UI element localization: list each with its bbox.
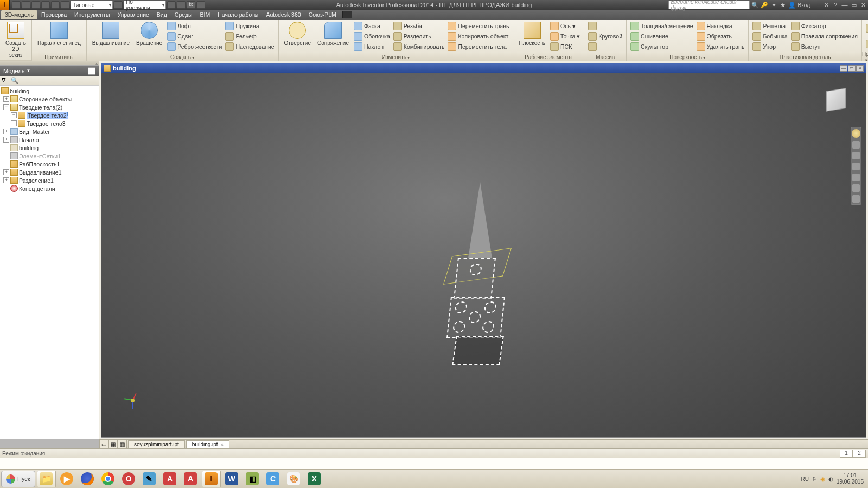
- view-cascade-icon[interactable]: ▥: [118, 440, 127, 448]
- login-label[interactable]: Вход: [797, 2, 810, 8]
- chamfer-button[interactable]: Фаска: [352, 21, 392, 31]
- box-button[interactable]: Параллелепипед: [34, 21, 84, 47]
- tree-endofpart[interactable]: Конец детали: [0, 184, 99, 192]
- doc-minimize-icon[interactable]: —: [840, 65, 847, 72]
- doc-tab-building[interactable]: building.ipt×: [186, 440, 229, 448]
- taskbar-inventor[interactable]: I: [202, 471, 221, 487]
- view-tile-icon[interactable]: ▦: [108, 440, 118, 448]
- tab-manage[interactable]: Управление: [113, 10, 152, 19]
- collapse-icon[interactable]: −: [3, 104, 9, 110]
- point-button[interactable]: Точка ▾: [548, 31, 582, 41]
- key-icon[interactable]: 🔑: [761, 1, 768, 9]
- fillet-button[interactable]: Сопряжение: [314, 21, 352, 47]
- tab-environments[interactable]: Среды: [171, 10, 196, 19]
- movebodies-button[interactable]: Переместить тела: [446, 42, 510, 52]
- star-icon[interactable]: ★: [779, 1, 787, 9]
- combine-button[interactable]: Комбинировать: [392, 42, 446, 52]
- taskbar-excel[interactable]: X: [305, 471, 324, 487]
- browser-header[interactable]: Модель▼: [0, 66, 99, 76]
- start-button[interactable]: Пуск: [1, 471, 35, 487]
- qat-save-icon[interactable]: [31, 1, 40, 9]
- pattern-rect-button[interactable]: [586, 21, 624, 31]
- sculpt-button[interactable]: Скульптор: [629, 42, 695, 52]
- lip-button[interactable]: Выступ: [789, 42, 859, 52]
- taskbar-explorer[interactable]: 📁: [37, 471, 56, 487]
- tab-inspect[interactable]: Проверка: [37, 10, 71, 19]
- tree-thirdparty[interactable]: +Сторонние объекты: [0, 95, 99, 103]
- tab-view[interactable]: Вид: [153, 10, 171, 19]
- expand-icon[interactable]: +: [3, 129, 9, 134]
- expand-icon[interactable]: +: [11, 112, 17, 118]
- rest-button[interactable]: Упор: [751, 42, 789, 52]
- appearance-combo[interactable]: По умолчани: [124, 1, 166, 9]
- expand-icon[interactable]: +: [3, 137, 9, 143]
- taskbar-paint[interactable]: 🎨: [284, 471, 303, 487]
- harness2-button[interactable]: [864, 39, 868, 49]
- thicken-button[interactable]: Толщина/смещение: [629, 21, 695, 31]
- help-search-input[interactable]: Введите ключевое слово/фразу: [668, 1, 750, 9]
- nav-more2-icon[interactable]: [852, 195, 860, 203]
- tree-origin[interactable]: +Начало: [0, 136, 99, 144]
- group-label-surface[interactable]: Поверхность: [627, 53, 748, 61]
- tree-solid3[interactable]: +Твердое тело3: [0, 119, 99, 127]
- qat-undo-icon[interactable]: [41, 1, 50, 9]
- revolve-button[interactable]: Вращение: [133, 21, 165, 47]
- expand-icon[interactable]: +: [3, 96, 9, 102]
- expand-icon[interactable]: +: [3, 169, 9, 175]
- clock[interactable]: 17:01 19.06.2015: [837, 472, 864, 485]
- qat-select-icon[interactable]: [61, 1, 69, 9]
- grill-button[interactable]: Решетка: [751, 21, 789, 31]
- user-icon[interactable]: 👤: [788, 1, 796, 9]
- derive-button[interactable]: Наследование: [224, 42, 276, 52]
- taskbar-acrobat[interactable]: A: [181, 471, 200, 487]
- browser-options-icon[interactable]: [88, 67, 95, 75]
- tree-mesh[interactable]: ЭлементСетки1: [0, 152, 99, 160]
- orbit-icon[interactable]: [852, 163, 860, 170]
- status-page-1[interactable]: 1: [840, 450, 853, 458]
- taskbar-opera[interactable]: O: [119, 471, 138, 487]
- taskbar-firefox[interactable]: [78, 471, 97, 487]
- pan-icon[interactable]: [852, 141, 860, 149]
- deleteface-button[interactable]: Удалить грань: [695, 42, 746, 52]
- copyobject-button[interactable]: Копировать объект: [446, 31, 510, 41]
- doc-tab-soyuz[interactable]: soyuzplminipart.ipt: [128, 440, 185, 448]
- tab-tools[interactable]: Инструменты: [71, 10, 113, 19]
- ucs-button[interactable]: ПСК: [548, 42, 582, 52]
- qat-misc2-icon[interactable]: [177, 1, 186, 9]
- coil-button[interactable]: Пружина: [224, 21, 276, 31]
- taskbar-app1[interactable]: ✎: [140, 471, 159, 487]
- zoom-icon[interactable]: [852, 152, 860, 159]
- tray-sound-icon[interactable]: ◉: [820, 476, 825, 482]
- extrude-button[interactable]: Выдавливание: [89, 21, 133, 47]
- find-icon[interactable]: 🔍: [11, 77, 18, 85]
- plane-button[interactable]: Плоскость: [515, 21, 548, 47]
- trim-button[interactable]: Обрезать: [695, 31, 746, 41]
- split-button[interactable]: Разделить: [392, 31, 446, 41]
- app-logo[interactable]: I: [0, 0, 10, 10]
- window-close-icon[interactable]: ✕: [859, 1, 867, 9]
- lookat-icon[interactable]: [852, 174, 860, 181]
- expand-icon[interactable]: +: [3, 177, 9, 183]
- hole-button[interactable]: Отверстие: [281, 21, 314, 47]
- window-minimize-icon[interactable]: —: [841, 1, 848, 9]
- taskbar-word[interactable]: W: [222, 471, 241, 487]
- rulefillet-button[interactable]: Правила сопряжения: [789, 31, 859, 41]
- qat-open-icon[interactable]: [22, 1, 30, 9]
- expand-icon[interactable]: +: [11, 120, 17, 126]
- qat-appearance-icon[interactable]: [114, 1, 123, 9]
- harness1-button[interactable]: [864, 23, 868, 33]
- create-2d-sketch-button[interactable]: Создать 2D эскиз: [2, 21, 29, 59]
- browser-close-icon[interactable]: ×: [94, 61, 99, 66]
- moveface-button[interactable]: Переместить грань: [446, 21, 510, 31]
- draft-button[interactable]: Наклон: [352, 42, 392, 52]
- tree-root[interactable]: building: [0, 87, 99, 95]
- axis-button[interactable]: Ось ▾: [548, 21, 582, 31]
- 3d-canvas[interactable]: [101, 73, 866, 437]
- taskbar-app2[interactable]: ◧: [243, 471, 262, 487]
- tab-soyuzplm[interactable]: Союз-PLM: [305, 10, 340, 19]
- qat-misc3-icon[interactable]: [196, 1, 205, 9]
- view-cube[interactable]: [822, 86, 850, 113]
- tab-bim[interactable]: BIM: [196, 10, 214, 19]
- taskbar-chrome[interactable]: [99, 471, 118, 487]
- view-single-icon[interactable]: ▭: [99, 440, 108, 448]
